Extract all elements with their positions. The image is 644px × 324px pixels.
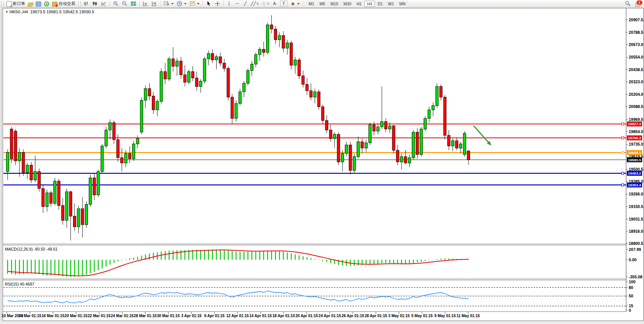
indicators-button[interactable]	[162, 0, 175, 7]
candlestick-chart-button[interactable]	[91, 0, 99, 7]
crosshair-button[interactable]	[213, 0, 222, 7]
time-axis-label[interactable]: 20 Apr 01:15	[295, 314, 318, 318]
timeframe-M5[interactable]: M5	[317, 1, 328, 7]
zoom-out-button[interactable]	[120, 0, 129, 7]
level-handle-19353.4[interactable]	[622, 184, 624, 186]
level-handle-19927.4[interactable]	[622, 123, 624, 125]
candle-body	[416, 132, 419, 155]
time-axis-label[interactable]: 28 Apr 01:15	[365, 314, 387, 318]
tile-windows-button[interactable]	[129, 0, 138, 7]
text-tool[interactable]: A	[271, 0, 279, 7]
candle-body	[136, 138, 139, 144]
price-axis-label: 19266.0	[629, 192, 643, 196]
toolbar-grip[interactable]	[78, 1, 81, 6]
timeframe-M1[interactable]: M1	[306, 1, 317, 7]
dropdown-caret	[171, 3, 174, 5]
time-axis-label[interactable]: 24 Apr 01:15	[319, 314, 341, 318]
candle-body	[361, 142, 363, 148]
search-button[interactable]	[623, 0, 632, 7]
new-order-button[interactable]: 新订单	[5, 0, 27, 7]
candle-body	[57, 181, 60, 205]
time-axis-label[interactable]: 5 May 01:15	[411, 314, 433, 318]
fibonacci-icon	[262, 1, 266, 6]
notifications-button[interactable]: 1	[635, 1, 642, 7]
timeframe-M15[interactable]: M15	[328, 1, 341, 7]
time-axis-label[interactable]: 24 Mar 01:15	[111, 314, 134, 318]
time-axis-label[interactable]: 14 Apr 01:15	[249, 314, 272, 318]
candle-body	[10, 129, 13, 159]
collapse-arrow-icon[interactable]: ▼	[5, 10, 8, 14]
sound-alerts-button[interactable]	[43, 0, 51, 7]
candle-body	[274, 29, 277, 40]
trendline-tool[interactable]: ╱	[241, 0, 249, 7]
auto-trading-icon	[52, 2, 57, 6]
candle-body	[227, 68, 230, 97]
timeframe-MN[interactable]: MN	[397, 1, 408, 7]
periods-button[interactable]	[175, 0, 188, 7]
candle-body	[65, 192, 68, 220]
level-handle-19796.3[interactable]	[622, 137, 624, 139]
price-axis-label: 20438.5	[629, 67, 643, 72]
highlighter-button[interactable]	[27, 0, 34, 7]
candle-body	[85, 205, 88, 225]
auto-scroll-button[interactable]	[141, 0, 150, 7]
candle-body	[341, 153, 344, 162]
chart-title[interactable]: ▼ HK50-,H4 19673.5 19681.5 19542.5 19590…	[5, 10, 94, 14]
candle-body	[290, 43, 293, 65]
candle-body	[73, 216, 76, 227]
candle-body	[207, 54, 210, 59]
timeframe-W1[interactable]: W1	[385, 1, 397, 7]
time-axis-label[interactable]: 20 Mar 01:15	[65, 314, 88, 318]
candle-body	[14, 131, 17, 161]
time-axis-label[interactable]: 16 Mar 01:15	[41, 314, 64, 318]
level-handle-19658.1[interactable]	[622, 151, 624, 154]
candle-body	[262, 49, 265, 52]
time-axis-label[interactable]: 3 Apr 01:15	[181, 314, 202, 318]
candle-body	[333, 134, 336, 138]
time-axis-label[interactable]: 6 Apr 01:15	[204, 314, 225, 318]
time-axis-label[interactable]: 30 Mar 01:15	[157, 314, 180, 318]
timeframe-H4[interactable]: H4	[364, 1, 375, 7]
templates-button[interactable]	[188, 0, 201, 7]
line-chart-button[interactable]	[99, 0, 108, 7]
zoom-in-button[interactable]	[112, 0, 120, 7]
new-order-icon	[6, 1, 11, 7]
fibonacci-tool[interactable]: F	[260, 0, 271, 7]
dropdown-caret	[297, 3, 300, 5]
horizontal-line-tool[interactable]: ─	[233, 0, 241, 7]
vertical-line-tool[interactable]: │	[225, 0, 233, 7]
time-axis-label[interactable]: 11 May 01:15	[456, 314, 480, 318]
bar-chart-button[interactable]	[82, 0, 91, 7]
price-axis-label: 20907.5	[629, 17, 643, 22]
publish-chart-button[interactable]	[34, 0, 43, 7]
time-axis-label[interactable]: 14 Mar 01:15	[19, 314, 41, 318]
candle-body	[309, 91, 312, 97]
timeframe-D1[interactable]: D1	[375, 1, 385, 7]
chart-canvas[interactable]: 20907.520788.520673.020554.020438.520323…	[0, 0, 644, 324]
chart-shift-button[interactable]	[150, 0, 159, 7]
text-label-tool[interactable]: T	[279, 0, 289, 7]
auto-trading-button[interactable]: 自动交易	[51, 0, 77, 7]
candle-body	[140, 100, 143, 132]
equidistant-channel-tool[interactable]: ╱╱E	[249, 0, 260, 7]
time-axis-label[interactable]: 22 Mar 01:15	[88, 314, 110, 318]
time-axis-label[interactable]: 3 May 01:15	[388, 314, 410, 318]
toolbar-grip[interactable]	[1, 1, 4, 6]
time-axis-label[interactable]: 12 Apr 01:15	[226, 314, 249, 318]
candle-body	[306, 84, 308, 91]
candle-body	[191, 71, 194, 78]
fibo-sub-label: F	[268, 2, 269, 5]
template-icon	[190, 1, 195, 6]
zoom-out-icon	[122, 1, 128, 6]
timeframe-H1[interactable]: H1	[354, 1, 364, 7]
line-chart-icon	[101, 1, 107, 6]
time-axis-label[interactable]: 9 May 01:15	[434, 314, 456, 318]
level-handle-19463.2[interactable]	[622, 172, 624, 175]
cursor-button[interactable]	[204, 0, 213, 7]
time-axis-label[interactable]: 26 Apr 01:15	[341, 314, 364, 318]
timeframe-M30[interactable]: M30	[341, 1, 354, 7]
time-axis-label[interactable]: 18 Apr 01:15	[273, 314, 295, 318]
candle-body	[30, 165, 33, 180]
time-axis-label[interactable]: 28 Mar 01:15	[134, 314, 157, 318]
arrows-tool[interactable]: ◆	[289, 0, 301, 7]
